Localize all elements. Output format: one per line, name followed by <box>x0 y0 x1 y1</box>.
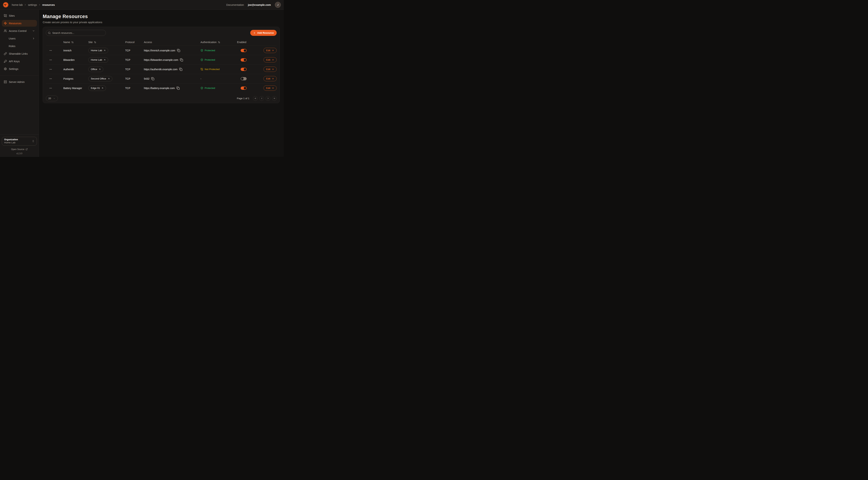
copy-icon[interactable] <box>177 87 180 90</box>
column-header-site[interactable]: Site <box>88 41 125 43</box>
resource-name: Immich <box>63 49 88 52</box>
site-link-button[interactable]: Home Lab <box>88 57 108 63</box>
sort-icon[interactable] <box>94 41 96 43</box>
protocol-value: TCP <box>125 87 144 90</box>
copy-icon[interactable] <box>177 49 180 52</box>
row-menu-button[interactable] <box>48 86 53 90</box>
sidebar-item-label: Users <box>9 37 16 40</box>
sidebar-item-label: Access Control <box>9 30 27 32</box>
sidebar-item-access-control[interactable]: Access Control <box>2 28 37 34</box>
enabled-toggle[interactable] <box>241 58 247 62</box>
sidebar-item-sites[interactable]: Sites <box>2 12 37 19</box>
row-menu-button[interactable] <box>48 77 53 81</box>
sidebar-item-label: Resources <box>9 22 21 25</box>
column-header-name[interactable]: Name <box>63 41 88 43</box>
enabled-toggle[interactable] <box>241 68 247 71</box>
breadcrumb-current: resources <box>42 3 55 6</box>
row-menu-button[interactable] <box>48 49 53 53</box>
enabled-toggle[interactable] <box>241 77 247 80</box>
arrow-right-icon <box>272 68 274 70</box>
breadcrumb-settings[interactable]: settings <box>28 3 37 6</box>
prev-page-button[interactable] <box>259 96 264 101</box>
edit-label: Edit <box>266 87 270 89</box>
page-size-select[interactable]: 20 <box>46 96 58 101</box>
site-name: Home Lab <box>91 49 102 52</box>
sort-icon[interactable] <box>218 41 220 43</box>
sidebar-item-shareable-links[interactable]: Shareable Links <box>2 50 37 57</box>
table-row: BitwardenHome LabTCPhttps://bitwarden.ex… <box>46 55 277 64</box>
topbar: home-lab settings resources Documentatio… <box>0 0 284 10</box>
page-size-value: 20 <box>48 97 51 100</box>
chevrons-up-down-icon <box>32 140 35 143</box>
table-row: ImmichHome LabTCPhttps://immich.example.… <box>46 46 277 55</box>
row-menu-button[interactable] <box>48 67 53 71</box>
copy-icon[interactable] <box>179 68 182 71</box>
arrow-up-right-icon <box>103 59 106 61</box>
copy-icon[interactable] <box>180 58 183 62</box>
edit-button[interactable]: Edit <box>264 76 277 81</box>
auth-status: Protected <box>200 49 237 52</box>
last-page-button[interactable] <box>272 96 277 101</box>
copy-icon[interactable] <box>151 77 154 80</box>
organization-selector[interactable]: Organization Home Lab <box>2 137 37 146</box>
next-page-button[interactable] <box>266 96 270 101</box>
auth-status: Protected <box>200 87 237 89</box>
edit-button[interactable]: Edit <box>264 57 277 62</box>
site-link-button[interactable]: Second Office <box>88 76 112 82</box>
enabled-toggle[interactable] <box>241 87 247 90</box>
arrow-up-right-icon <box>101 87 103 89</box>
plus-icon <box>253 32 256 34</box>
avatar[interactable]: J <box>275 2 281 8</box>
settings-icon <box>4 67 7 70</box>
column-label: Protocol <box>125 41 134 43</box>
table-header: NameSiteProtocolAccessAuthenticationEnab… <box>46 39 277 46</box>
chevron-right-icon <box>38 4 41 6</box>
resource-name: Authentik <box>63 68 88 71</box>
column-label: Authentication <box>200 41 217 43</box>
server-icon <box>4 80 7 84</box>
breadcrumb: home-lab settings resources <box>12 3 55 6</box>
protocol-value: TCP <box>125 68 144 71</box>
search-icon <box>48 31 51 34</box>
app-window: home-lab settings resources Documentatio… <box>0 0 284 157</box>
first-page-button[interactable] <box>253 96 258 101</box>
documentation-link[interactable]: Documentation <box>226 3 244 6</box>
edit-label: Edit <box>266 58 270 61</box>
site-link-button[interactable]: Office <box>88 67 103 72</box>
chevron-down-icon <box>32 30 35 32</box>
row-menu-button[interactable] <box>48 58 53 62</box>
open-source-link[interactable]: Open Source <box>2 148 37 151</box>
sidebar-item-roles[interactable]: Roles <box>2 43 37 50</box>
sidebar-item-server-admin[interactable]: Server Admin <box>2 79 37 85</box>
add-resource-button[interactable]: Add Resource <box>250 30 277 36</box>
protocol-value: TCP <box>125 58 144 61</box>
sort-icon[interactable] <box>71 41 74 43</box>
chevron-right-icon <box>24 4 26 6</box>
sidebar-divider <box>0 75 39 76</box>
user-email[interactable]: joe@example.com <box>248 3 271 6</box>
site-link-button[interactable]: Home Lab <box>88 48 108 53</box>
auth-status-none: - <box>200 77 237 80</box>
sidebar-item-api-keys[interactable]: API Keys <box>2 58 37 65</box>
sidebar-item-label: API Keys <box>9 60 20 63</box>
sidebar-item-settings[interactable]: Settings <box>2 65 37 72</box>
sidebar-item-resources[interactable]: Resources <box>2 20 37 27</box>
shield-check-icon <box>200 87 203 89</box>
site-name: Second Office <box>91 77 106 80</box>
auth-status-label: Protected <box>205 58 215 61</box>
search-input[interactable] <box>46 30 106 36</box>
table-row: Battery ManagerEdge 01TCPhttps://battery… <box>46 83 277 93</box>
sidebar-item-users[interactable]: Users <box>2 35 37 42</box>
column-label: Access <box>144 41 152 43</box>
edit-button[interactable]: Edit <box>264 67 277 72</box>
site-link-button[interactable]: Edge 01 <box>88 85 106 91</box>
shield-check-icon <box>200 58 203 61</box>
edit-button[interactable]: Edit <box>264 85 277 91</box>
edit-button[interactable]: Edit <box>264 48 277 53</box>
enabled-toggle[interactable] <box>241 49 247 52</box>
table-row: AuthentikOfficeTCPhttps://authentik.exam… <box>46 64 277 74</box>
column-header-authentication[interactable]: Authentication <box>200 41 237 43</box>
breadcrumb-org[interactable]: home-lab <box>12 3 23 6</box>
waypoints-icon <box>4 22 7 25</box>
table-row: PostgresSecond OfficeTCP5432-Edit <box>46 74 277 83</box>
